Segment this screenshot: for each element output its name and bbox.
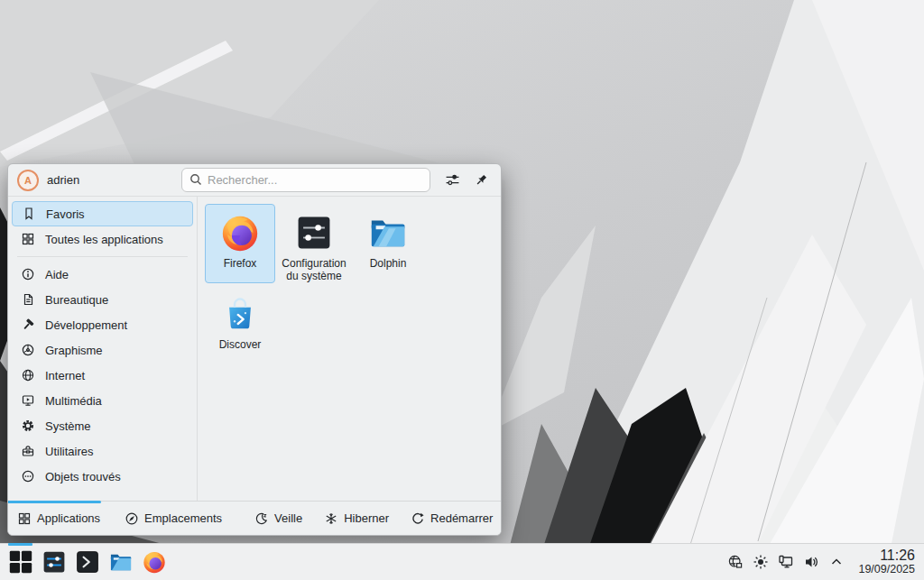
- sidebar-item-bureautique[interactable]: Bureautique: [12, 287, 193, 312]
- tab-label: Emplacements: [144, 511, 222, 525]
- sidebar-item-label: Développement: [45, 318, 127, 332]
- brightness-icon[interactable]: [750, 551, 772, 573]
- sidebar-item-label: Toutes les applications: [45, 233, 163, 246]
- app-tile-configuration-du-systeme[interactable]: Configuration du système: [279, 204, 349, 283]
- action-label: Redémarrer: [430, 511, 493, 525]
- kdeconnect-icon[interactable]: [775, 551, 797, 573]
- sidebar-item-utilitaires[interactable]: Utilitaires: [12, 438, 193, 464]
- tab-applications[interactable]: Applications: [17, 511, 100, 526]
- sidebar-item-label: Graphisme: [45, 344, 103, 357]
- tab-label: Applications: [37, 511, 100, 525]
- hammer-icon: [21, 318, 35, 332]
- pin-icon[interactable]: [470, 170, 492, 191]
- dolphin-folder-icon[interactable]: [106, 547, 136, 577]
- application-launcher-menu: A adrien: [7, 163, 502, 536]
- search-wrap: [181, 168, 430, 192]
- taskbar: 11:26 19/09/2025: [0, 543, 924, 580]
- sidebar-item-developpement[interactable]: Développement: [12, 312, 193, 337]
- active-task-indicator: [8, 543, 32, 546]
- volume-icon[interactable]: [800, 551, 822, 573]
- moon-icon: [254, 511, 269, 526]
- system-settings-icon[interactable]: [39, 547, 69, 577]
- clock-time: 11:26: [858, 548, 915, 564]
- app-tile-label: Firefox: [224, 257, 257, 270]
- configure-button[interactable]: [441, 170, 463, 191]
- sidebar-item-multimedia[interactable]: Multimédia: [12, 388, 193, 413]
- tab-emplacements[interactable]: Emplacements: [125, 511, 222, 526]
- compass-icon: [125, 511, 139, 526]
- globe-icon: [21, 368, 35, 382]
- sidebar-item-toutes-les-applications[interactable]: Toutes les applications: [12, 226, 193, 252]
- user-name: adrien: [47, 173, 79, 187]
- toolbox-icon: [21, 444, 35, 458]
- bookmark-icon: [22, 207, 36, 221]
- action-label: Veille: [274, 511, 302, 525]
- all-apps-grid-icon: [21, 232, 35, 246]
- action-label: Hiberner: [344, 511, 389, 525]
- app-tile-label: Discover: [219, 338, 262, 351]
- sidebar-item-internet[interactable]: Internet: [12, 363, 193, 388]
- app-tile-firefox[interactable]: Firefox: [205, 204, 275, 283]
- sidebar-item-label: Objets trouvés: [45, 470, 121, 483]
- digital-clock[interactable]: 11:26 19/09/2025: [858, 548, 915, 575]
- app-tile-discover[interactable]: Discover: [205, 285, 275, 364]
- action-veille[interactable]: Veille: [254, 511, 302, 526]
- sidebar-item-graphisme[interactable]: Graphisme: [12, 337, 193, 363]
- network-globe-icon[interactable]: [725, 551, 746, 573]
- sidebar-item-label: Utilitaires: [45, 445, 93, 458]
- app-tile-label: Configuration du système: [280, 257, 348, 282]
- document-icon: [21, 292, 35, 307]
- ellipsis-circle-icon: [21, 469, 35, 483]
- sidebar-separator: [17, 256, 188, 257]
- dolphin-folder-icon: [366, 211, 410, 254]
- avatar[interactable]: A: [17, 170, 39, 191]
- gear-icon: [21, 419, 35, 433]
- grid-icon: [17, 511, 32, 526]
- info-icon: [21, 267, 35, 281]
- sidebar-item-label: Système: [45, 419, 91, 433]
- firefox-icon: [218, 211, 262, 254]
- menu-header: A adrien: [8, 164, 501, 197]
- chevron-up-icon[interactable]: [826, 551, 847, 573]
- action-redemarrer[interactable]: Redémarrer: [411, 511, 493, 526]
- search-icon: [189, 172, 203, 187]
- sidebar-item-objets-trouves[interactable]: Objets trouvés: [12, 464, 193, 489]
- app-tile-label: Dolphin: [370, 257, 407, 270]
- clock-date: 19/09/2025: [858, 564, 915, 576]
- sidebar-item-label: Favoris: [46, 207, 85, 221]
- sidebar-item-label: Internet: [45, 369, 85, 382]
- color-wheel-icon: [21, 343, 35, 357]
- sidebar-item-favoris[interactable]: Favoris: [12, 201, 193, 226]
- sidebar-item-label: Multimédia: [45, 394, 102, 408]
- active-tab-underline: [8, 501, 101, 503]
- desktop: A adrien: [0, 0, 924, 580]
- discover-bag-icon: [218, 292, 262, 336]
- search-input[interactable]: [181, 168, 430, 192]
- system-tray: 11:26 19/09/2025: [725, 548, 919, 575]
- sidebar-item-systeme[interactable]: Système: [12, 413, 193, 438]
- snowflake-icon: [324, 511, 338, 526]
- favorites-grid: Firefox Configuration du système: [198, 197, 501, 501]
- menu-body: Favoris Toutes les applications: [8, 197, 501, 501]
- restart-icon: [411, 511, 425, 526]
- action-hiberner[interactable]: Hiberner: [324, 511, 389, 526]
- sidebar-item-label: Bureautique: [45, 293, 108, 307]
- menu-footer: Applications Emplacements: [8, 501, 501, 535]
- sidebar-item-aide[interactable]: Aide: [12, 262, 193, 287]
- app-tile-dolphin[interactable]: Dolphin: [353, 204, 423, 283]
- konsole-icon[interactable]: [72, 547, 103, 577]
- sidebar: Favoris Toutes les applications: [8, 197, 198, 501]
- monitor-play-icon: [21, 393, 35, 408]
- application-launcher-icon[interactable]: [5, 547, 36, 577]
- system-settings-icon: [292, 211, 336, 254]
- sidebar-item-label: Aide: [45, 268, 69, 281]
- firefox-icon[interactable]: [139, 547, 170, 577]
